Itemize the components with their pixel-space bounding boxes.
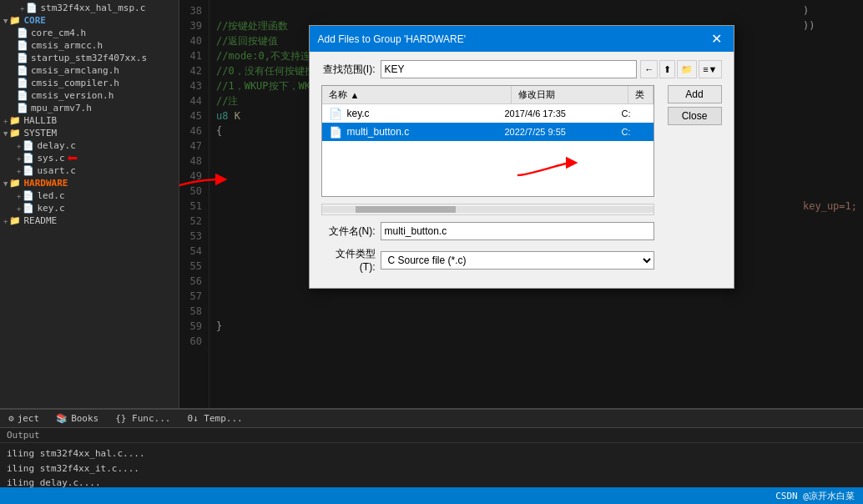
file-list-row-selected[interactable]: 📄 multi_button.c 2022/7/25 9:55 C: — [322, 123, 654, 141]
output-line-2: iling stm32f4xx_it.c.... — [7, 461, 856, 476]
add-files-dialog: Add Files to Group 'HARDWARE' ✕ 查找范围(I):… — [309, 25, 734, 289]
sidebar-item-cmsis-compiler[interactable]: 📄 cmsis_compiler.h — [0, 77, 179, 89]
toolbar-view-btn[interactable]: ≡▼ — [699, 60, 721, 78]
toolbar-new-folder-btn[interactable]: 📁 — [677, 60, 697, 78]
folder-icon-system: 📁 — [9, 128, 21, 139]
dialog-title-text: Add Files to Group 'HARDWARE' — [318, 33, 467, 45]
sidebar-item-cmsis-version[interactable]: 📄 cmsis_version.h — [0, 89, 179, 102]
scope-toolbar: ← ⬆ 📁 ≡▼ — [640, 60, 721, 78]
file-name: multi_button.c — [347, 126, 505, 138]
expand-icon: + — [20, 4, 24, 13]
file-icon: 📄 — [17, 53, 28, 63]
sidebar-label: startup_stm32f407xx.s — [31, 53, 147, 63]
readme-label: README — [23, 215, 57, 226]
hallib-label: HALLIB — [23, 115, 57, 126]
toolbar-up-btn[interactable]: ⬆ — [659, 60, 675, 78]
filetype-select[interactable]: C Source file (*.c) All Files (*.*) Head… — [381, 251, 654, 270]
file-icon: 📄 — [17, 90, 28, 101]
sidebar-label: cmsis_armclang.h — [31, 65, 119, 76]
file-list-area: 名称 ▲ 修改日期 类 📄 — [321, 85, 654, 197]
col-type[interactable]: 类 — [628, 86, 654, 103]
sidebar-item-delay[interactable]: + 📄 delay.c — [0, 139, 179, 152]
sidebar-label: stm32f4xx_hal_msp.c — [40, 3, 145, 13]
sidebar-item-usart[interactable]: + 📄 usart.c — [0, 164, 179, 177]
file-icon: 📄 — [329, 126, 342, 139]
expand-icon: + — [17, 154, 21, 163]
tab-temp[interactable]: 0↓ Temp... — [179, 410, 250, 427]
status-bar: CSDN @凉开水白菜 — [0, 487, 863, 504]
col-name[interactable]: 名称 ▲ — [322, 86, 512, 103]
sidebar-item-cmsis-armcc[interactable]: 📄 cmsis_armcc.h — [0, 39, 179, 52]
file-list-container: 名称 ▲ 修改日期 类 📄 — [321, 85, 654, 280]
file-date: 2022/7/25 9:55 — [505, 127, 622, 137]
file-list-row[interactable]: 📄 key.c 2017/4/6 17:35 C: — [322, 104, 654, 123]
sidebar-item-readme[interactable]: + 📁 README — [0, 214, 179, 227]
tab-func[interactable]: {} Func... — [107, 410, 179, 427]
add-button[interactable]: Add — [668, 85, 722, 103]
folder-icon-core: 📁 — [9, 15, 21, 26]
file-icon: 📄 — [17, 65, 28, 76]
file-icon: 📄 — [17, 78, 28, 88]
sidebar-item-key[interactable]: + 📄 key.c — [0, 202, 179, 214]
hardware-label: HARDWARE — [23, 178, 68, 189]
output-content: iling stm32f4xx_hal.c.... iling stm32f4x… — [0, 443, 863, 494]
file-name: key.c — [347, 108, 505, 119]
sidebar-label: key.c — [37, 203, 64, 214]
scope-input[interactable] — [381, 60, 638, 78]
sidebar-item-sys[interactable]: + 📄 sys.c — [0, 152, 179, 164]
sidebar-label: sys.c — [37, 153, 64, 164]
col-name-label: 名称 — [329, 88, 347, 101]
sidebar-item-core-cm4[interactable]: 📄 core_cm4.h — [0, 27, 179, 39]
sidebar-item-system[interactable]: ▼ 📁 SYSTEM — [0, 127, 179, 139]
sidebar-item-mpu[interactable]: 📄 mpu_armv7.h — [0, 102, 179, 114]
sidebar: + 📄 stm32f4xx_hal_msp.c ▼ 📁 CORE 📄 core_… — [0, 0, 179, 408]
file-date: 2017/4/6 17:35 — [505, 108, 622, 118]
bottom-tabs: ⚙ ject 📚 Books {} Func... 0↓ Temp... — [0, 410, 863, 428]
folder-icon-readme: 📁 — [9, 215, 21, 226]
sidebar-label: cmsis_version.h — [31, 90, 114, 101]
col-date[interactable]: 修改日期 — [512, 86, 628, 103]
tab-object[interactable]: ⚙ ject — [0, 410, 48, 427]
file-icon: 📄 — [329, 108, 342, 120]
tab-object-icon: ⚙ — [8, 413, 14, 424]
top-area: + 📄 stm32f4xx_hal_msp.c ▼ 📁 CORE 📄 core_… — [0, 0, 863, 408]
expand-icon-system: ▼ — [3, 129, 8, 138]
system-label: SYSTEM — [23, 128, 57, 139]
sidebar-item-cmsis-armclang[interactable]: 📄 cmsis_armclang.h — [0, 64, 179, 77]
toolbar-back-btn[interactable]: ← — [640, 60, 658, 78]
folder-icon-hallib: 📁 — [9, 115, 21, 126]
expand-icon-readme: + — [3, 217, 8, 225]
horizontal-scrollbar[interactable] — [321, 204, 654, 215]
sidebar-item-hardware[interactable]: ▼ 📁 HARDWARE — [0, 177, 179, 189]
close-button[interactable]: Close — [668, 107, 722, 125]
sidebar-item-stm32[interactable]: + 📄 stm32f4xx_hal_msp.c — [0, 2, 179, 14]
sidebar-item-hallib[interactable]: + 📁 HALLIB — [0, 114, 179, 127]
file-icon: 📄 — [23, 190, 34, 201]
file-list-header: 名称 ▲ 修改日期 类 — [322, 86, 654, 104]
tab-books[interactable]: 📚 Books — [48, 410, 107, 427]
filetype-label: 文件类型(T): — [321, 247, 376, 273]
file-icon: 📄 — [17, 40, 28, 51]
file-type: C: — [622, 127, 647, 137]
sidebar-label: cmsis_armcc.h — [31, 40, 103, 51]
sort-icon: ▲ — [351, 90, 360, 100]
file-icon: 📄 — [23, 203, 34, 214]
file-icon: 📄 — [26, 3, 38, 13]
file-icon: 📄 — [17, 28, 28, 38]
scope-label: 查找范围(I): — [321, 63, 376, 77]
expand-icon: + — [17, 167, 21, 175]
expand-icon: + — [17, 142, 21, 150]
sidebar-item-led[interactable]: + 📄 led.c — [0, 189, 179, 202]
dialog-close-button[interactable]: ✕ — [708, 31, 725, 47]
filename-row: 文件名(N): — [321, 222, 654, 240]
sidebar-item-startup[interactable]: 📄 startup_stm32f407xx.s — [0, 52, 179, 64]
tab-func-label: {} Func... — [115, 413, 170, 424]
filetype-row: 文件类型(T): C Source file (*.c) All Files (… — [321, 247, 654, 273]
dialog-title-bar: Add Files to Group 'HARDWARE' ✕ — [310, 26, 734, 52]
dialog-overlay: Add Files to Group 'HARDWARE' ✕ 查找范围(I):… — [179, 0, 863, 408]
code-area: 3839404142 4344454647 4849505152 5354555… — [179, 0, 863, 408]
filename-input[interactable] — [381, 222, 654, 240]
scrollbar-thumb — [356, 206, 456, 213]
sidebar-item-core[interactable]: ▼ 📁 CORE — [0, 14, 179, 27]
main-layout: + 📄 stm32f4xx_hal_msp.c ▼ 📁 CORE 📄 core_… — [0, 0, 863, 504]
